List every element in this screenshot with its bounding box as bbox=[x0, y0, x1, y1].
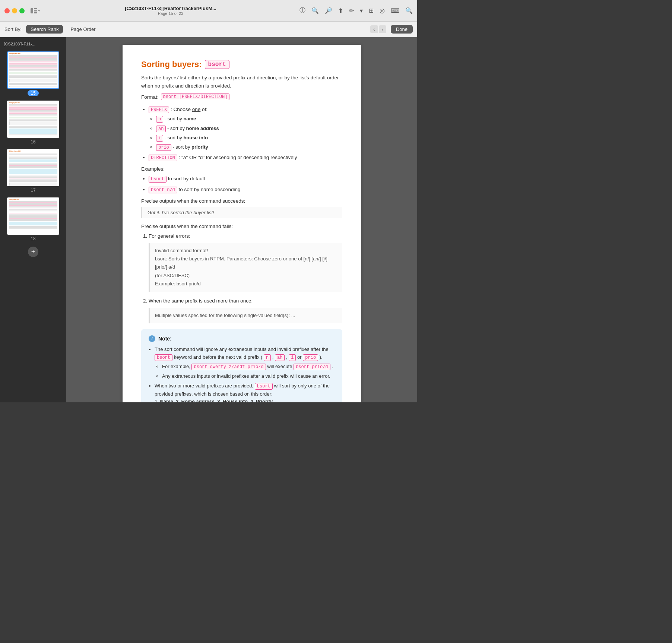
fail-error-box-2: Multiple values specified for the follow… bbox=[149, 308, 342, 323]
doc-page: Sorting buyers: bsort Sorts the buyers' … bbox=[123, 45, 361, 402]
done-button[interactable]: Done bbox=[391, 25, 413, 34]
note-order-text: 1. Name, 2. Home address, 3. House info,… bbox=[155, 399, 274, 402]
doc-heading: Sorting buyers: bsort bbox=[141, 60, 342, 69]
note-icon: i bbox=[149, 335, 155, 342]
note-sub-1a: For example, bsort qwerty z/asdf prio/d … bbox=[162, 363, 335, 371]
stamp-icon[interactable]: ◎ bbox=[380, 7, 385, 14]
note-item-2: When two or more valid prefixes are prov… bbox=[155, 382, 335, 402]
toolbar: Sort By: Search Rank Page Order ‹ › Done bbox=[0, 22, 417, 37]
maximize-button[interactable] bbox=[19, 8, 25, 13]
fail-title-1: For general errors: bbox=[149, 233, 190, 239]
note-example-1a-code: bsort qwerty z/asdf prio/d bbox=[191, 364, 266, 370]
page-order-button[interactable]: Page Order bbox=[66, 25, 100, 34]
fail-label: Precise outputs when the command fails: bbox=[141, 224, 342, 229]
titlebar-icons: ⓘ 🔍 🔎 ⬆ ✏ ▾ ⊞ ◎ ⌨ 🔍 bbox=[299, 7, 413, 15]
page-thumb-17[interactable]: Deleting a buyer: bdel bbox=[0, 147, 66, 195]
pencil-icon[interactable]: ✏ bbox=[349, 7, 354, 14]
svg-rect-3 bbox=[34, 12, 37, 13]
note-bsort-1: bsort bbox=[155, 354, 172, 361]
info-icon[interactable]: ⓘ bbox=[299, 7, 305, 15]
direction-item: DIRECTION : "a" OR "d" for ascending or … bbox=[149, 153, 342, 162]
page-num-16: 16 bbox=[31, 139, 35, 145]
prefix-list: PREFIX : Choose one of: n - sort by name… bbox=[149, 105, 342, 162]
sort-by-label: Sort By: bbox=[4, 26, 22, 32]
note-sub-1b: Any extraneous inputs or invalid prefixe… bbox=[162, 373, 335, 380]
note-title: Note: bbox=[158, 336, 172, 342]
note-item-1: The sort command will ignore any extrane… bbox=[155, 346, 335, 380]
thumb-img-16: Sorting buyers: ssort bbox=[7, 101, 59, 138]
direction-label: DIRECTION bbox=[149, 155, 177, 161]
note-list: The sort command will ignore any extrane… bbox=[155, 346, 335, 402]
sidebar: [CS2103T-F11-... Sorting buyers: bsort bbox=[0, 37, 66, 402]
heading-text: Sorting buyers: bbox=[141, 60, 202, 69]
titlebar: ▾ [CS2103T-F11-3][RealtorTrackerPlusM...… bbox=[0, 0, 417, 22]
doc-container[interactable]: Sorting buyers: bsort Sorts the buyers' … bbox=[66, 37, 417, 402]
direction-desc: : "a" OR "d" for ascending or descending… bbox=[179, 155, 297, 160]
fail-item-1: For general errors: Invalid command form… bbox=[149, 232, 342, 292]
prefix-item: PREFIX : Choose one of: n - sort by name… bbox=[149, 105, 342, 151]
zoom-in-icon[interactable]: 🔎 bbox=[325, 7, 332, 14]
thumb-img-17: Deleting a buyer: bdel bbox=[7, 149, 59, 186]
page-thumb-15[interactable]: Sorting buyers: bsort bbox=[0, 49, 66, 98]
success-output: Got it. I've sorted the buyer list! bbox=[141, 207, 342, 218]
zoom-out-icon[interactable]: 🔍 bbox=[311, 7, 319, 14]
prefix-option-ah: ah - sort by home address bbox=[156, 125, 342, 133]
note-n: n bbox=[264, 354, 271, 361]
fail-title-2: When the same prefix is used more than o… bbox=[149, 298, 253, 304]
svg-rect-1 bbox=[34, 8, 37, 9]
example-2: bsort n/d to sort by name descending bbox=[149, 186, 342, 194]
main-area: [CS2103T-F11-... Sorting buyers: bsort bbox=[0, 37, 417, 402]
sidebar-header: [CS2103T-F11-... bbox=[0, 40, 66, 49]
prefix-options: n - sort by name ah - sort by home addre… bbox=[156, 115, 342, 151]
prev-page-button[interactable]: ‹ bbox=[370, 25, 378, 33]
window-subtitle: Page 15 of 23 bbox=[45, 11, 297, 16]
note-ah: ah bbox=[275, 354, 285, 361]
page-thumb-16[interactable]: Sorting buyers: ssort bbox=[0, 98, 66, 147]
next-page-button[interactable]: › bbox=[379, 25, 386, 33]
fail-error-box-1: Invalid command format! bsort: Sorts the… bbox=[149, 243, 342, 291]
fail-list: For general errors: Invalid command form… bbox=[149, 232, 342, 324]
add-page-button[interactable]: + bbox=[28, 247, 38, 257]
prefix-option-n: n - sort by name bbox=[156, 115, 342, 123]
page-num-17: 17 bbox=[31, 188, 35, 193]
page-thumb-18[interactable]: Viewing order: n/p bbox=[0, 195, 66, 244]
note-header: i Note: bbox=[149, 335, 335, 342]
fail-item-2: When the same prefix is used more than o… bbox=[149, 297, 342, 324]
keyboard-icon[interactable]: ⌨ bbox=[391, 7, 399, 14]
note-box: i Note: The sort command will ignore any… bbox=[141, 329, 342, 402]
svg-rect-2 bbox=[34, 10, 37, 11]
minimize-button[interactable] bbox=[12, 8, 17, 13]
note-i: i bbox=[289, 354, 296, 361]
sidebar-toggle[interactable]: ▾ bbox=[31, 8, 40, 13]
traffic-lights bbox=[4, 8, 25, 13]
prefix-option-prio: prio - sort by priority bbox=[156, 143, 342, 151]
note-prio: prio bbox=[303, 354, 318, 361]
prefix-desc: : Choose one of: bbox=[171, 107, 207, 112]
svg-rect-0 bbox=[31, 8, 33, 13]
fit-page-icon[interactable]: ⊞ bbox=[369, 7, 374, 14]
nav-buttons: ‹ › bbox=[370, 25, 386, 33]
page-num-18: 18 bbox=[31, 236, 35, 241]
thumb-img-15: Sorting buyers: bsort bbox=[7, 51, 59, 89]
thumb-img-18: Viewing order: n/p bbox=[7, 197, 59, 235]
doc-intro: Sorts the buyers' list either by a provi… bbox=[141, 74, 342, 90]
examples-label: Examples: bbox=[141, 166, 342, 172]
window-title: [CS2103T-F11-3][RealtorTrackerPlusM... bbox=[45, 6, 297, 11]
search-icon[interactable]: 🔍 bbox=[405, 7, 413, 14]
note-sub-1: For example, bsort qwerty z/asdf prio/d … bbox=[162, 363, 335, 380]
markup-chevron-icon[interactable]: ▾ bbox=[360, 7, 363, 14]
close-button[interactable] bbox=[4, 8, 10, 13]
heading-code: bsort bbox=[205, 60, 229, 69]
prefix-option-i: i - sort by house info bbox=[156, 134, 342, 142]
format-code: bsort [PREFIX/DIRECTION] bbox=[161, 94, 230, 100]
search-rank-button[interactable]: Search Rank bbox=[26, 25, 63, 34]
prefix-label: PREFIX bbox=[149, 107, 169, 113]
example-1: bsort to sort by default bbox=[149, 175, 342, 183]
share-icon[interactable]: ⬆ bbox=[338, 7, 343, 14]
window-title-area: [CS2103T-F11-3][RealtorTrackerPlusM... P… bbox=[45, 6, 297, 16]
format-label: Format: bbox=[141, 94, 159, 100]
note-bsort-2: bsort bbox=[255, 383, 273, 390]
success-label: Precise outputs when the command succeed… bbox=[141, 198, 342, 204]
format-line: Format: bsort [PREFIX/DIRECTION] bbox=[141, 94, 342, 100]
examples-list: bsort to sort by default bsort n/d to so… bbox=[149, 175, 342, 193]
